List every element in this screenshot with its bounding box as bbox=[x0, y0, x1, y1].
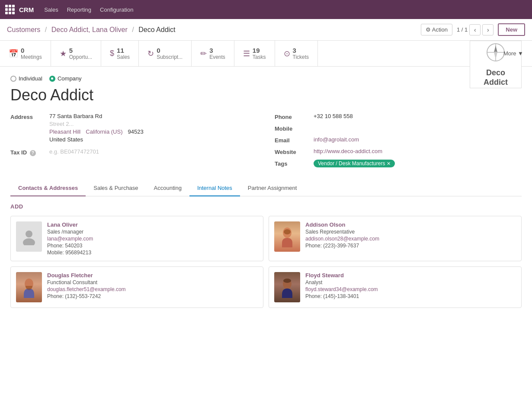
logo-text: Deco Addict bbox=[484, 68, 508, 87]
tag-remove-icon[interactable]: ✕ bbox=[387, 161, 391, 167]
contact-name-douglas[interactable]: Douglas Fletcher bbox=[47, 272, 258, 279]
address-state[interactable]: California (US) bbox=[86, 128, 122, 135]
address-zip[interactable]: 94523 bbox=[128, 128, 144, 135]
phone-value[interactable]: +32 10 588 558 bbox=[314, 113, 522, 119]
contact-email-addison[interactable]: addison.olson28@example.com bbox=[305, 236, 516, 242]
email-value[interactable]: info@agrolait.com bbox=[314, 136, 522, 143]
apps-icon[interactable] bbox=[5, 5, 15, 14]
subscript-count: 0 bbox=[157, 47, 183, 54]
action-button[interactable]: ⚙ Action bbox=[421, 24, 452, 35]
tickets-count: 3 bbox=[293, 47, 309, 54]
breadcrumb-current: Deco Addict bbox=[138, 26, 175, 33]
tax-id-label: Tax ID ? bbox=[10, 148, 49, 156]
contact-role-lana: Sales /manager bbox=[47, 229, 258, 235]
svg-point-6 bbox=[23, 238, 35, 245]
address-street[interactable]: 77 Santa Barbara Rd bbox=[49, 113, 257, 119]
breadcrumb-customers[interactable]: Customers bbox=[7, 26, 40, 33]
contact-info-lana: Lana Oliver Sales /manager lana@example.… bbox=[47, 221, 258, 256]
radio-individual[interactable]: Individual bbox=[10, 75, 42, 82]
contact-name-addison[interactable]: Addison Olson bbox=[305, 221, 516, 228]
tax-id-row: Tax ID ? e.g. BE0477472701 bbox=[10, 148, 257, 156]
contact-email-lana[interactable]: lana@example.com bbox=[47, 236, 258, 242]
svg-point-5 bbox=[26, 231, 32, 237]
stats-bar: 📅 0 Meetings ★ 5 Opportu... $ 11 Sales ↻… bbox=[0, 41, 532, 67]
tab-content-contacts: ADD Lana Oliver Sales /manager lana@exam… bbox=[10, 196, 522, 315]
app-name[interactable]: CRM bbox=[19, 6, 34, 13]
contact-info-addison: Addison Olson Sales Representative addis… bbox=[305, 221, 516, 250]
company-label: Company bbox=[58, 75, 82, 82]
contact-name-lana[interactable]: Lana Oliver bbox=[47, 221, 258, 228]
events-label: Events bbox=[209, 54, 225, 60]
tickets-label: Tickets bbox=[293, 54, 309, 60]
breadcrumb-deco-addict-lana[interactable]: Deco Addict, Lana Oliver bbox=[51, 26, 128, 33]
pencil-icon: ✏ bbox=[200, 49, 207, 58]
contact-role-douglas: Functional Consultant bbox=[47, 279, 258, 285]
tax-id-help-icon[interactable]: ? bbox=[30, 150, 36, 156]
contact-role-floyd: Analyst bbox=[305, 279, 516, 285]
nav-item-configuration[interactable]: Configuration bbox=[100, 5, 133, 15]
dollar-icon: $ bbox=[110, 49, 114, 58]
sales-count: 11 bbox=[117, 47, 130, 54]
tab-accounting[interactable]: Accounting bbox=[146, 180, 189, 196]
tab-partner-assignment[interactable]: Partner Assignment bbox=[240, 180, 304, 196]
pager-next[interactable]: › bbox=[482, 24, 494, 35]
breadcrumb-actions: ⚙ Action 1 / 1 ‹ › New bbox=[421, 23, 525, 36]
contact-role-addison: Sales Representative bbox=[305, 229, 516, 235]
phone-label: Phone bbox=[275, 113, 314, 120]
address-city[interactable]: Pleasant Hill bbox=[49, 128, 80, 135]
breadcrumb-sep-1: / bbox=[45, 26, 47, 33]
contact-avatar-lana bbox=[16, 221, 42, 252]
tab-contacts-addresses[interactable]: Contacts & Addresses bbox=[10, 180, 86, 196]
contact-phone-lana: Phone: 540203 bbox=[47, 243, 258, 249]
website-label: Website bbox=[275, 148, 314, 155]
contact-email-floyd[interactable]: floyd.steward34@example.com bbox=[305, 286, 516, 292]
contact-card-lana: Lana Oliver Sales /manager lana@example.… bbox=[10, 216, 263, 261]
stat-tickets[interactable]: ⊙ 3 Tickets bbox=[275, 41, 318, 66]
more-button[interactable]: More ▼ bbox=[495, 41, 532, 66]
stat-tasks[interactable]: ☰ 19 Tasks bbox=[234, 41, 275, 66]
contact-name-floyd[interactable]: Floyd Steward bbox=[305, 272, 516, 279]
lifebuoy-icon: ⊙ bbox=[284, 49, 290, 58]
tab-internal-notes[interactable]: Internal Notes bbox=[189, 180, 240, 196]
nav-item-reporting[interactable]: Reporting bbox=[67, 5, 91, 15]
address-country[interactable]: United States bbox=[49, 136, 257, 143]
meetings-label: Meetings bbox=[21, 54, 42, 60]
stat-opportunities[interactable]: ★ 5 Opportu... bbox=[51, 41, 101, 66]
radio-company[interactable]: Company bbox=[49, 75, 82, 82]
opportu-label: Opportu... bbox=[69, 54, 92, 60]
contact-phone-addison: Phone: (223)-399-7637 bbox=[305, 243, 516, 249]
website-value[interactable]: http://www.deco-addict.com bbox=[314, 148, 522, 154]
stat-events[interactable]: ✏ 3 Events bbox=[192, 41, 234, 66]
contact-email-douglas[interactable]: douglas.fletcher51@example.com bbox=[47, 286, 258, 292]
top-navigation: CRM Sales Reporting Configuration bbox=[0, 0, 532, 19]
nav-item-sales[interactable]: Sales bbox=[44, 5, 58, 15]
stat-subscriptions[interactable]: ↻ 0 Subscript... bbox=[139, 41, 192, 66]
contact-mobile-lana: Mobile: 956894213 bbox=[47, 250, 258, 256]
stat-sales[interactable]: $ 11 Sales bbox=[101, 41, 139, 66]
tax-id-field[interactable]: e.g. BE0477472701 bbox=[49, 148, 257, 155]
website-row: Website http://www.deco-addict.com bbox=[275, 148, 522, 155]
address-street2[interactable]: Street 2... bbox=[49, 121, 257, 127]
tag-label: Vendor / Desk Manufacturers bbox=[318, 160, 385, 167]
radio-company-circle bbox=[49, 76, 55, 82]
tags-label: Tags bbox=[275, 160, 314, 167]
form-grid: Address 77 Santa Barbara Rd Street 2... … bbox=[10, 113, 522, 172]
pager-prev[interactable]: ‹ bbox=[469, 24, 481, 35]
contact-avatar-floyd bbox=[274, 272, 300, 302]
new-button[interactable]: New bbox=[498, 23, 525, 36]
main-content: Deco Addict Individual Company Deco Addi… bbox=[0, 67, 532, 324]
subscript-label: Subscript... bbox=[157, 54, 183, 60]
contact-info-floyd: Floyd Steward Analyst floyd.steward34@ex… bbox=[305, 272, 516, 300]
tasks-label: Tasks bbox=[253, 54, 266, 60]
pager-text: 1 / 1 bbox=[457, 26, 468, 33]
sales-label: Sales bbox=[117, 54, 130, 60]
contact-avatar-addison bbox=[274, 221, 300, 252]
contact-avatar-douglas bbox=[16, 272, 42, 302]
stat-meetings[interactable]: 📅 0 Meetings bbox=[0, 41, 51, 66]
address-label: Address bbox=[10, 113, 49, 120]
address-block: 77 Santa Barbara Rd Street 2... Pleasant… bbox=[49, 113, 257, 144]
add-contact-button[interactable]: ADD bbox=[10, 203, 23, 210]
tab-sales-purchase[interactable]: Sales & Purchase bbox=[86, 180, 146, 196]
breadcrumb-sep-2: / bbox=[132, 26, 134, 33]
mobile-row: Mobile bbox=[275, 125, 522, 132]
